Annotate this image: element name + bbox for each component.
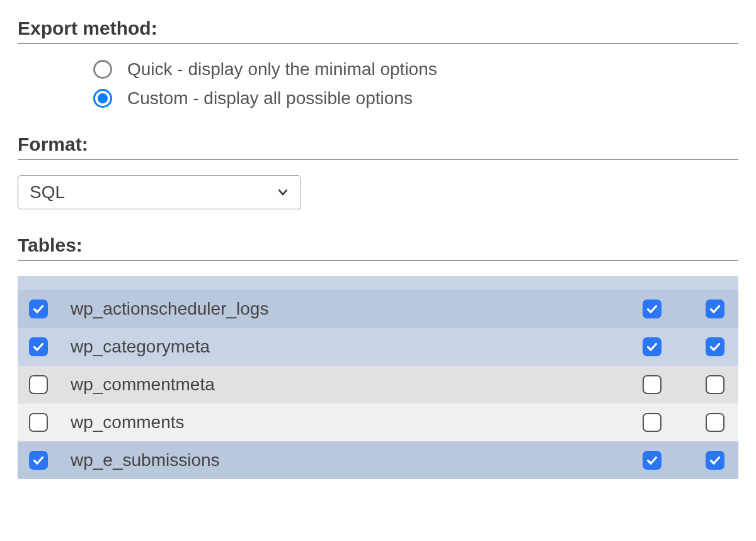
checkbox-structure-4[interactable] (643, 451, 662, 470)
checkbox-select-0[interactable] (29, 300, 48, 318)
export-method-custom-label: Custom - display all possible options (127, 88, 413, 108)
export-method-radio-group: Quick - display only the minimal options… (18, 59, 738, 108)
checkbox-data-1[interactable] (706, 337, 724, 356)
format-heading: Format: (18, 134, 738, 160)
table-row[interactable]: wp_e_submissions (18, 441, 738, 479)
checkmark-icon (709, 340, 721, 353)
checkmark-icon (646, 454, 658, 467)
export-method-quick-label: Quick - display only the minimal options (127, 59, 437, 79)
export-method-heading: Export method: (18, 18, 738, 44)
table-list-header-sliver (18, 276, 738, 290)
row-right-checks (643, 413, 726, 432)
checkmark-icon (32, 340, 45, 353)
checkbox-structure-3[interactable] (643, 413, 662, 432)
radio-unchecked-icon[interactable] (93, 60, 112, 79)
table-row[interactable]: wp_actionscheduler_logs (18, 290, 738, 328)
checkbox-data-2[interactable] (706, 375, 724, 394)
radio-checked-icon[interactable] (93, 89, 112, 108)
checkmark-icon (32, 303, 45, 315)
chevron-down-icon (277, 186, 289, 199)
row-right-checks (643, 375, 726, 394)
checkmark-icon (709, 454, 721, 467)
table-row[interactable]: wp_commentmeta (18, 366, 738, 404)
format-select[interactable]: SQL (18, 175, 301, 209)
checkbox-select-3[interactable] (29, 413, 48, 432)
table-name: wp_e_submissions (59, 450, 631, 470)
checkmark-icon (709, 303, 721, 315)
table-row[interactable]: wp_categorymeta (18, 328, 738, 366)
row-right-checks (643, 451, 726, 470)
checkmark-icon (32, 454, 45, 467)
row-right-checks (643, 337, 726, 356)
table-name: wp_actionscheduler_logs (59, 299, 631, 319)
format-select-value: SQL (30, 182, 65, 202)
checkbox-data-0[interactable] (706, 300, 724, 318)
tables-heading: Tables: (18, 235, 738, 261)
checkbox-data-3[interactable] (706, 413, 724, 432)
checkbox-select-1[interactable] (29, 337, 48, 356)
export-method-custom-row[interactable]: Custom - display all possible options (93, 88, 738, 108)
table-row[interactable]: wp_comments (18, 404, 738, 441)
checkmark-icon (646, 340, 658, 353)
table-name: wp_comments (59, 412, 631, 433)
export-method-quick-row[interactable]: Quick - display only the minimal options (93, 59, 738, 79)
checkbox-structure-1[interactable] (643, 337, 662, 356)
table-name: wp_categorymeta (59, 337, 631, 357)
checkbox-select-2[interactable] (29, 375, 48, 394)
checkbox-structure-2[interactable] (643, 375, 662, 394)
checkbox-data-4[interactable] (706, 451, 724, 470)
row-right-checks (643, 300, 726, 318)
checkbox-select-4[interactable] (29, 451, 48, 470)
tables-list: wp_actionscheduler_logswp_categorymetawp… (18, 276, 738, 479)
checkbox-structure-0[interactable] (643, 300, 662, 318)
table-name: wp_commentmeta (59, 375, 631, 395)
checkmark-icon (646, 303, 658, 315)
